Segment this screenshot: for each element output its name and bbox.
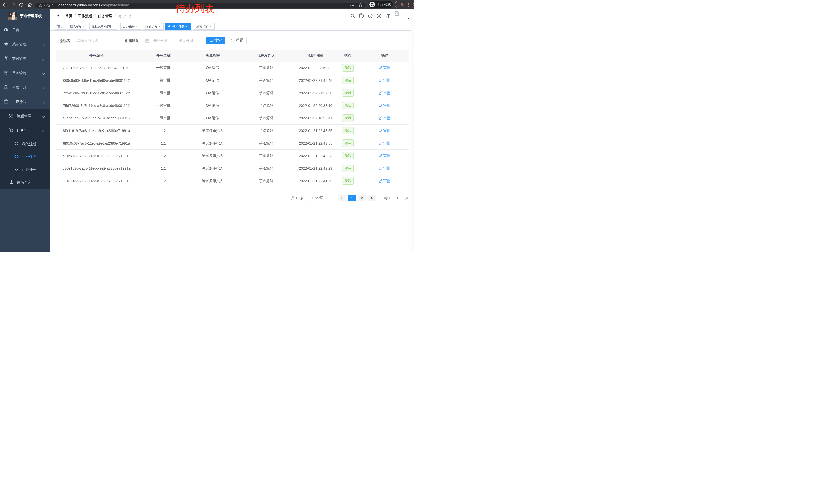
- svg-text:?: ?: [369, 14, 371, 17]
- svg-text:T: T: [385, 15, 387, 18]
- svg-text:T: T: [387, 14, 390, 18]
